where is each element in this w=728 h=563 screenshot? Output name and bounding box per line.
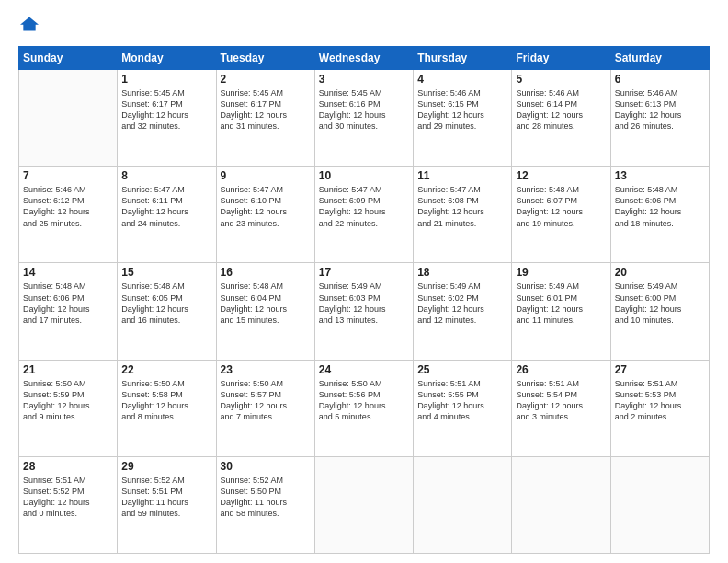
weekday-wednesday: Wednesday [314, 47, 413, 70]
calendar-cell: 14Sunrise: 5:48 AM Sunset: 6:06 PM Dayli… [19, 263, 118, 360]
day-number: 6 [615, 73, 705, 86]
day-number: 5 [516, 73, 606, 86]
calendar-cell [19, 70, 118, 167]
logo [18, 15, 39, 37]
calendar-cell: 10Sunrise: 5:47 AM Sunset: 6:09 PM Dayli… [314, 167, 413, 263]
calendar-cell: 30Sunrise: 5:52 AM Sunset: 5:50 PM Dayli… [216, 456, 314, 553]
day-info: Sunrise: 5:52 AM Sunset: 5:50 PM Dayligh… [221, 475, 311, 520]
calendar-cell: 9Sunrise: 5:47 AM Sunset: 6:10 PM Daylig… [216, 167, 314, 263]
calendar-cell: 23Sunrise: 5:50 AM Sunset: 5:57 PM Dayli… [216, 360, 314, 456]
day-info: Sunrise: 5:45 AM Sunset: 6:17 PM Dayligh… [121, 87, 211, 132]
day-number: 30 [221, 460, 311, 473]
day-info: Sunrise: 5:48 AM Sunset: 6:06 PM Dayligh… [615, 184, 705, 229]
calendar-cell: 28Sunrise: 5:51 AM Sunset: 5:52 PM Dayli… [19, 456, 118, 553]
day-info: Sunrise: 5:50 AM Sunset: 5:58 PM Dayligh… [121, 378, 211, 423]
calendar-cell: 26Sunrise: 5:51 AM Sunset: 5:54 PM Dayli… [512, 360, 610, 456]
day-number: 13 [615, 169, 705, 182]
calendar-cell: 27Sunrise: 5:51 AM Sunset: 5:53 PM Dayli… [610, 360, 709, 456]
calendar-cell: 18Sunrise: 5:49 AM Sunset: 6:02 PM Dayli… [414, 263, 512, 360]
day-info: Sunrise: 5:49 AM Sunset: 6:03 PM Dayligh… [319, 281, 409, 326]
day-number: 25 [417, 363, 507, 376]
day-number: 4 [417, 73, 507, 86]
weekday-friday: Friday [512, 47, 610, 70]
day-number: 9 [221, 169, 311, 182]
header [18, 15, 710, 37]
day-info: Sunrise: 5:48 AM Sunset: 6:06 PM Dayligh… [23, 281, 113, 326]
day-info: Sunrise: 5:48 AM Sunset: 6:04 PM Dayligh… [221, 281, 311, 326]
day-info: Sunrise: 5:47 AM Sunset: 6:08 PM Dayligh… [417, 184, 507, 229]
calendar-cell: 29Sunrise: 5:52 AM Sunset: 5:51 PM Dayli… [118, 456, 216, 553]
day-info: Sunrise: 5:51 AM Sunset: 5:55 PM Dayligh… [417, 378, 507, 423]
weekday-saturday: Saturday [610, 47, 709, 70]
page: SundayMondayTuesdayWednesdayThursdayFrid… [0, 0, 728, 563]
calendar-cell: 8Sunrise: 5:47 AM Sunset: 6:11 PM Daylig… [118, 167, 216, 263]
calendar-cell: 12Sunrise: 5:48 AM Sunset: 6:07 PM Dayli… [512, 167, 610, 263]
day-number: 12 [516, 169, 606, 182]
day-info: Sunrise: 5:50 AM Sunset: 5:57 PM Dayligh… [221, 378, 311, 423]
day-info: Sunrise: 5:45 AM Sunset: 6:17 PM Dayligh… [221, 87, 311, 132]
day-number: 26 [516, 363, 606, 376]
day-number: 29 [121, 460, 211, 473]
calendar-cell: 1Sunrise: 5:45 AM Sunset: 6:17 PM Daylig… [118, 70, 216, 167]
weekday-sunday: Sunday [19, 47, 118, 70]
weekday-tuesday: Tuesday [216, 47, 314, 70]
day-info: Sunrise: 5:51 AM Sunset: 5:53 PM Dayligh… [615, 378, 705, 423]
calendar-cell: 2Sunrise: 5:45 AM Sunset: 6:17 PM Daylig… [216, 70, 314, 167]
day-info: Sunrise: 5:51 AM Sunset: 5:54 PM Dayligh… [516, 378, 606, 423]
weekday-thursday: Thursday [414, 47, 512, 70]
day-info: Sunrise: 5:49 AM Sunset: 6:01 PM Dayligh… [516, 281, 606, 326]
calendar-cell: 13Sunrise: 5:48 AM Sunset: 6:06 PM Dayli… [610, 167, 709, 263]
day-info: Sunrise: 5:46 AM Sunset: 6:13 PM Dayligh… [615, 87, 705, 132]
day-number: 17 [319, 266, 409, 279]
day-number: 24 [319, 363, 409, 376]
day-info: Sunrise: 5:46 AM Sunset: 6:14 PM Dayligh… [516, 87, 606, 132]
day-info: Sunrise: 5:48 AM Sunset: 6:05 PM Dayligh… [121, 281, 211, 326]
day-info: Sunrise: 5:45 AM Sunset: 6:16 PM Dayligh… [319, 87, 409, 132]
day-info: Sunrise: 5:49 AM Sunset: 6:02 PM Dayligh… [417, 281, 507, 326]
day-number: 3 [319, 73, 409, 86]
day-number: 7 [23, 169, 113, 182]
calendar-cell: 4Sunrise: 5:46 AM Sunset: 6:15 PM Daylig… [414, 70, 512, 167]
day-number: 27 [615, 363, 705, 376]
day-info: Sunrise: 5:47 AM Sunset: 6:11 PM Dayligh… [121, 184, 211, 229]
calendar-cell [610, 456, 709, 553]
calendar-cell: 6Sunrise: 5:46 AM Sunset: 6:13 PM Daylig… [610, 70, 709, 167]
day-number: 16 [221, 266, 311, 279]
calendar-cell: 16Sunrise: 5:48 AM Sunset: 6:04 PM Dayli… [216, 263, 314, 360]
day-number: 15 [121, 266, 211, 279]
calendar-cell: 17Sunrise: 5:49 AM Sunset: 6:03 PM Dayli… [314, 263, 413, 360]
week-row-3: 21Sunrise: 5:50 AM Sunset: 5:59 PM Dayli… [19, 360, 710, 456]
calendar-cell: 11Sunrise: 5:47 AM Sunset: 6:08 PM Dayli… [414, 167, 512, 263]
calendar-cell: 5Sunrise: 5:46 AM Sunset: 6:14 PM Daylig… [512, 70, 610, 167]
day-number: 1 [121, 73, 211, 86]
calendar-cell: 22Sunrise: 5:50 AM Sunset: 5:58 PM Dayli… [118, 360, 216, 456]
calendar-cell: 19Sunrise: 5:49 AM Sunset: 6:01 PM Dayli… [512, 263, 610, 360]
day-info: Sunrise: 5:52 AM Sunset: 5:51 PM Dayligh… [121, 475, 211, 520]
day-info: Sunrise: 5:51 AM Sunset: 5:52 PM Dayligh… [23, 475, 113, 520]
day-number: 11 [417, 169, 507, 182]
day-info: Sunrise: 5:46 AM Sunset: 6:15 PM Dayligh… [417, 87, 507, 132]
day-info: Sunrise: 5:49 AM Sunset: 6:00 PM Dayligh… [615, 281, 705, 326]
calendar-cell: 3Sunrise: 5:45 AM Sunset: 6:16 PM Daylig… [314, 70, 413, 167]
weekday-header-row: SundayMondayTuesdayWednesdayThursdayFrid… [19, 47, 710, 70]
week-row-0: 1Sunrise: 5:45 AM Sunset: 6:17 PM Daylig… [19, 70, 710, 167]
day-number: 28 [23, 460, 113, 473]
day-number: 14 [23, 266, 113, 279]
calendar-cell [414, 456, 512, 553]
day-info: Sunrise: 5:46 AM Sunset: 6:12 PM Dayligh… [23, 184, 113, 229]
week-row-2: 14Sunrise: 5:48 AM Sunset: 6:06 PM Dayli… [19, 263, 710, 360]
calendar-cell: 25Sunrise: 5:51 AM Sunset: 5:55 PM Dayli… [414, 360, 512, 456]
calendar-cell: 20Sunrise: 5:49 AM Sunset: 6:00 PM Dayli… [610, 263, 709, 360]
day-number: 19 [516, 266, 606, 279]
day-number: 2 [221, 73, 311, 86]
day-number: 8 [121, 169, 211, 182]
calendar-cell [512, 456, 610, 553]
calendar-cell: 15Sunrise: 5:48 AM Sunset: 6:05 PM Dayli… [118, 263, 216, 360]
day-number: 18 [417, 266, 507, 279]
calendar-cell: 21Sunrise: 5:50 AM Sunset: 5:59 PM Dayli… [19, 360, 118, 456]
calendar-table: SundayMondayTuesdayWednesdayThursdayFrid… [18, 46, 710, 554]
svg-marker-0 [20, 17, 39, 31]
day-number: 23 [221, 363, 311, 376]
day-number: 21 [23, 363, 113, 376]
week-row-1: 7Sunrise: 5:46 AM Sunset: 6:12 PM Daylig… [19, 167, 710, 263]
